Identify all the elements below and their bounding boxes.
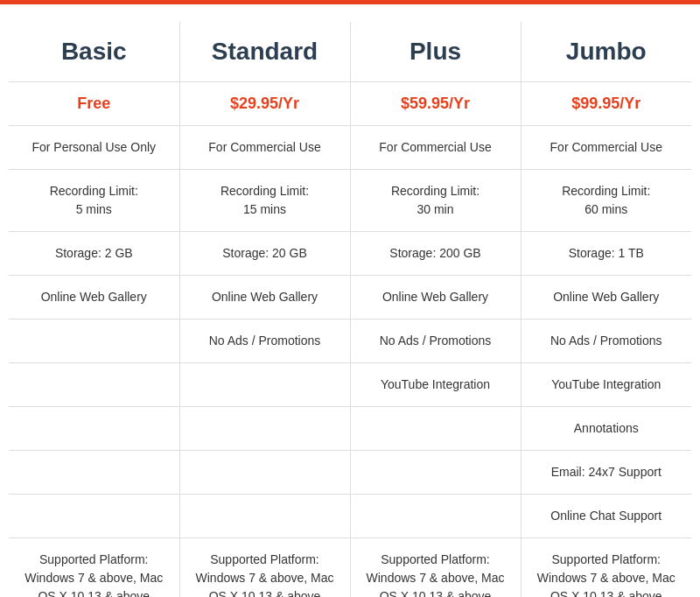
noads-plus: No Ads / Promotions [350,320,521,363]
recording-plus: Recording Limit:30 min [350,170,521,232]
gallery-basic: Online Web Gallery [9,276,179,320]
youtube-standard [179,363,350,407]
storage-basic: Storage: 2 GB [9,232,179,276]
noads-row: No Ads / Promotions No Ads / Promotions … [9,320,691,363]
annotations-row: Annotations [9,407,691,451]
plan-header-basic: Basic [9,22,179,82]
noads-jumbo: No Ads / Promotions [521,320,691,363]
chat-support-plus [350,495,521,538]
storage-jumbo: Storage: 1 TB [521,232,691,276]
email-support-plus [350,451,521,495]
noads-basic [9,320,179,363]
recording-basic: Recording Limit:5 mins [9,170,179,232]
email-support-basic [9,451,179,495]
price-jumbo: $99.95/Yr [521,82,691,126]
use-jumbo: For Commercial Use [521,126,691,170]
gallery-row: Online Web Gallery Online Web Gallery On… [9,276,691,320]
pricing-container: Basic Standard Plus Jumbo Free $29.95/Yr… [0,4,700,597]
recording-jumbo: Recording Limit:60 mins [521,170,691,232]
pricing-table: Basic Standard Plus Jumbo Free $29.95/Yr… [9,22,691,597]
email-support-standard [179,451,350,495]
plan-header-plus: Plus [350,22,521,82]
use-plus: For Commercial Use [350,126,521,170]
storage-row: Storage: 2 GB Storage: 20 GB Storage: 20… [9,232,691,276]
annotations-plus [350,407,521,451]
plan-header-standard: Standard [179,22,350,82]
chat-support-row: Online Chat Support [9,495,691,538]
platform-row: Supported Platform: Windows 7 & above, M… [9,538,691,598]
youtube-plus: YouTube Integration [350,363,521,407]
youtube-basic [9,363,179,407]
annotations-jumbo: Annotations [521,407,691,451]
platform-basic: Supported Platform: Windows 7 & above, M… [9,538,179,598]
annotations-basic [9,407,179,451]
gallery-jumbo: Online Web Gallery [521,276,691,320]
youtube-row: YouTube Integration YouTube Integration [9,363,691,407]
chat-support-standard [179,495,350,538]
storage-plus: Storage: 200 GB [350,232,521,276]
price-standard: $29.95/Yr [179,82,350,126]
use-row: For Personal Use Only For Commercial Use… [9,126,691,170]
email-support-jumbo: Email: 24x7 Support [521,451,691,495]
recording-row: Recording Limit:5 mins Recording Limit:1… [9,170,691,232]
gallery-standard: Online Web Gallery [179,276,350,320]
header-row: Basic Standard Plus Jumbo [9,22,691,82]
price-basic: Free [9,82,179,126]
chat-support-jumbo: Online Chat Support [521,495,691,538]
use-basic: For Personal Use Only [9,126,179,170]
platform-jumbo: Supported Platform: Windows 7 & above, M… [521,538,691,598]
storage-standard: Storage: 20 GB [179,232,350,276]
recording-standard: Recording Limit:15 mins [179,170,350,232]
chat-support-basic [9,495,179,538]
platform-plus: Supported Platform: Windows 7 & above, M… [350,538,521,598]
gallery-plus: Online Web Gallery [350,276,521,320]
plan-header-jumbo: Jumbo [521,22,691,82]
email-support-row: Email: 24x7 Support [9,451,691,495]
annotations-standard [179,407,350,451]
youtube-jumbo: YouTube Integration [521,363,691,407]
platform-standard: Supported Platform: Windows 7 & above, M… [179,538,350,598]
price-row: Free $29.95/Yr $59.95/Yr $99.95/Yr [9,82,691,126]
price-plus: $59.95/Yr [350,82,521,126]
use-standard: For Commercial Use [179,126,350,170]
noads-standard: No Ads / Promotions [179,320,350,363]
